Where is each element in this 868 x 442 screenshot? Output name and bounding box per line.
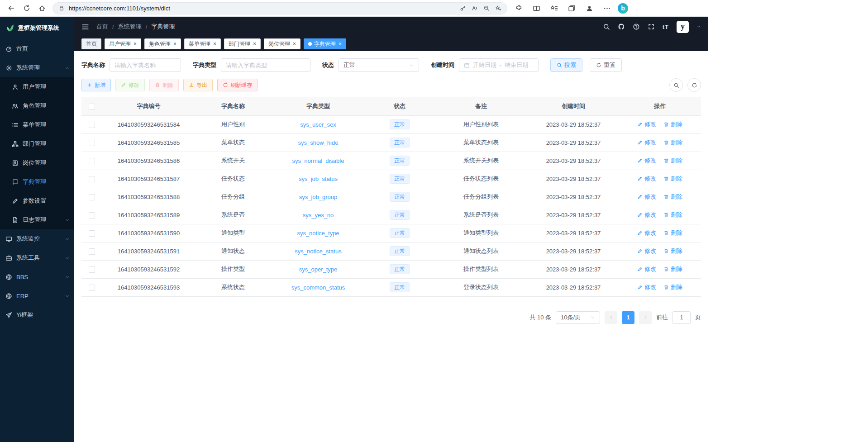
sidebar-item-部门管理[interactable]: 部门管理 [0, 134, 74, 153]
tab-字典管理[interactable]: 字典管理× [304, 38, 346, 49]
tab-岗位管理[interactable]: 岗位管理× [264, 38, 300, 49]
row-delete-button[interactable]: 删除 [663, 157, 682, 165]
favorite-add-button[interactable] [495, 5, 501, 11]
tab-菜单管理[interactable]: 菜单管理× [184, 38, 221, 49]
row-delete-button[interactable]: 删除 [663, 120, 682, 128]
row-delete-button[interactable]: 删除 [663, 283, 682, 291]
reset-button[interactable]: 重置 [590, 58, 622, 72]
more-menu-button[interactable] [600, 2, 614, 14]
sidebar-item-日志管理[interactable]: 日志管理 [0, 210, 74, 229]
sidebar-item-系统监控[interactable]: 系统监控 [0, 229, 74, 248]
zoom-out-button[interactable] [483, 5, 490, 11]
sidebar-item-参数设置[interactable]: 参数设置 [0, 191, 74, 210]
sidebar-item-Yi框架[interactable]: Yi框架 [0, 305, 74, 324]
dict-type-link[interactable]: sys_common_status [291, 284, 345, 291]
favorites-bar-button[interactable] [547, 2, 561, 14]
current-page-button[interactable]: 1 [622, 311, 634, 324]
sidebar-item-系统工具[interactable]: 系统工具 [0, 248, 74, 267]
tab-角色管理[interactable]: 角色管理× [144, 38, 181, 49]
row-delete-button[interactable]: 删除 [663, 229, 682, 237]
user-menu-caret-icon[interactable] [696, 24, 701, 29]
row-delete-button[interactable]: 删除 [663, 265, 682, 273]
row-checkbox[interactable] [89, 140, 95, 146]
page-size-select[interactable]: 10条/页 [556, 311, 600, 324]
row-edit-button[interactable]: 修改 [637, 120, 656, 128]
header-search-button[interactable] [603, 23, 610, 30]
dict-type-link[interactable]: sys_oper_type [299, 266, 338, 273]
table-refresh-button[interactable] [687, 78, 701, 92]
delete-button[interactable]: 删除 [149, 79, 179, 91]
dict-type-link[interactable]: sys_normal_disable [292, 157, 344, 164]
row-checkbox[interactable] [89, 212, 95, 219]
search-button[interactable]: 搜索 [550, 58, 582, 72]
row-delete-button[interactable]: 删除 [663, 247, 682, 255]
tab-用户管理[interactable]: 用户管理× [105, 38, 141, 49]
help-button[interactable] [633, 23, 640, 30]
row-delete-button[interactable]: 删除 [663, 138, 682, 147]
table-search-button[interactable] [669, 78, 683, 92]
row-checkbox[interactable] [89, 266, 95, 273]
row-checkbox[interactable] [89, 285, 95, 291]
row-edit-button[interactable]: 修改 [637, 138, 656, 147]
row-delete-button[interactable]: 删除 [663, 175, 682, 183]
sidebar-item-BBS[interactable]: BBS [0, 267, 74, 286]
row-delete-button[interactable]: 删除 [663, 211, 682, 219]
dict-type-input[interactable] [226, 62, 305, 69]
dict-type-link[interactable]: sys_show_hide [298, 139, 339, 146]
goto-page-input[interactable] [672, 311, 691, 324]
edit-button[interactable]: 修改 [115, 79, 145, 91]
read-aloud-button[interactable] [472, 5, 478, 11]
row-checkbox[interactable] [89, 248, 95, 255]
date-range-picker[interactable]: 开始日期 - 结束日期 [459, 58, 539, 72]
next-page-button[interactable] [639, 311, 652, 324]
row-delete-button[interactable]: 删除 [663, 193, 682, 201]
github-button[interactable] [618, 23, 625, 30]
row-edit-button[interactable]: 修改 [637, 175, 656, 183]
sidebar-item-系统管理[interactable]: 系统管理 [0, 58, 74, 77]
tab-close-icon[interactable]: × [134, 41, 137, 47]
dict-type-link[interactable]: sys_job_status [299, 176, 338, 182]
home-button[interactable] [35, 2, 49, 14]
status-select[interactable]: 正常 [339, 58, 419, 72]
row-edit-button[interactable]: 修改 [637, 265, 656, 273]
split-screen-button[interactable] [529, 2, 543, 14]
select-all-checkbox[interactable] [89, 104, 95, 110]
sidebar-item-首页[interactable]: 首页 [0, 39, 74, 58]
dict-name-input[interactable] [114, 62, 176, 69]
dict-type-link[interactable]: sys_notice_type [297, 230, 339, 237]
refresh-cache-button[interactable]: 刷新缓存 [217, 79, 258, 91]
row-checkbox[interactable] [89, 176, 95, 182]
tab-close-icon[interactable]: × [173, 41, 176, 47]
add-button[interactable]: 新增 [81, 79, 111, 91]
row-checkbox[interactable] [89, 158, 95, 164]
copilot-icon[interactable]: b [618, 3, 628, 14]
sidebar-item-角色管理[interactable]: 角色管理 [0, 96, 74, 115]
refresh-button[interactable] [20, 2, 33, 14]
row-edit-button[interactable]: 修改 [637, 247, 656, 255]
prev-page-button[interactable] [605, 311, 617, 324]
sidebar-item-字典管理[interactable]: 字典管理 [0, 172, 74, 191]
back-button[interactable] [5, 2, 18, 14]
sidebar-item-ERP[interactable]: ERP [0, 286, 74, 305]
row-checkbox[interactable] [89, 230, 95, 237]
row-edit-button[interactable]: 修改 [637, 283, 656, 291]
tab-close-icon[interactable]: × [253, 41, 256, 47]
tab-close-icon[interactable]: × [339, 41, 342, 47]
sidebar-item-岗位管理[interactable]: 岗位管理 [0, 153, 74, 172]
tab-部门管理[interactable]: 部门管理× [224, 38, 261, 49]
dict-type-link[interactable]: sys_user_sex [300, 121, 336, 128]
tab-首页[interactable]: 首页 [81, 38, 101, 49]
tab-close-icon[interactable]: × [213, 41, 216, 47]
breadcrumb-item[interactable]: 字典管理 [151, 23, 175, 31]
collapse-sidebar-button[interactable] [81, 23, 89, 31]
key-button[interactable] [460, 5, 466, 11]
row-edit-button[interactable]: 修改 [637, 229, 656, 237]
breadcrumb-item[interactable]: 系统管理 [118, 23, 142, 31]
row-edit-button[interactable]: 修改 [637, 193, 656, 201]
tab-close-icon[interactable]: × [293, 41, 296, 47]
row-checkbox[interactable] [89, 122, 95, 128]
collections-button[interactable] [565, 2, 578, 14]
fullscreen-button[interactable] [648, 23, 655, 30]
font-size-button[interactable]: tT [663, 24, 669, 30]
row-edit-button[interactable]: 修改 [637, 157, 656, 165]
